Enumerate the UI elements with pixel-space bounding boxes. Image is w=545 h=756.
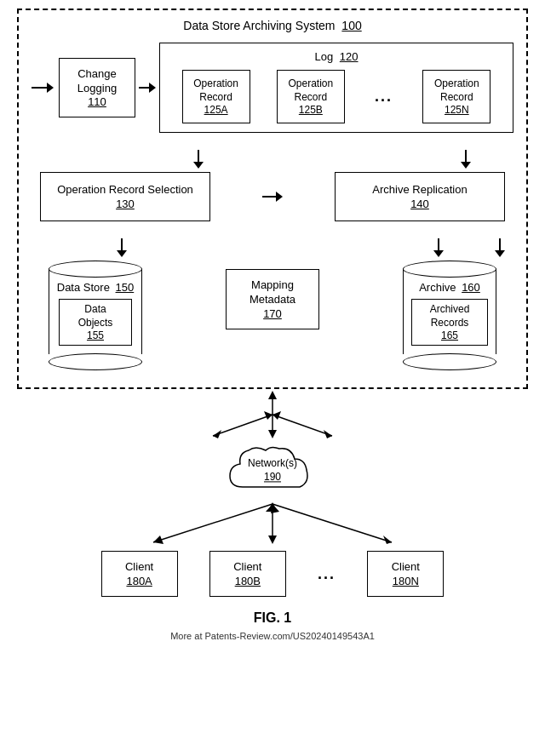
vline-ar bbox=[465, 150, 467, 162]
log-record-125n: OperationRecord 125N bbox=[422, 70, 490, 123]
row1: Change Logging 110 Log 120 OperationReco… bbox=[32, 43, 513, 133]
entry-line bbox=[32, 87, 47, 89]
rec-125b-num: 125B bbox=[286, 104, 336, 116]
log-section: Log 120 OperationRecord 125A OperationRe… bbox=[159, 43, 513, 133]
entry-arrowhead bbox=[47, 83, 54, 93]
client-180n-col: Client 180N bbox=[367, 551, 444, 597]
change-logging-label: Change Logging bbox=[65, 67, 129, 96]
arrowhead1 bbox=[149, 83, 156, 93]
arch-cylinder-top bbox=[403, 261, 496, 278]
outer-title: Data Store Archiving System 100 bbox=[32, 19, 513, 32]
arrowhead-ors-ar bbox=[276, 192, 283, 202]
change-logging-box: Change Logging 110 bbox=[59, 58, 135, 118]
data-store-col: Data Store 150 Data Objects 155 bbox=[40, 261, 151, 370]
ds-cylinder-bottom bbox=[49, 353, 142, 370]
ar-inner-label: Archived Records bbox=[417, 303, 482, 329]
network-label-text: Network(s) bbox=[248, 458, 297, 472]
client-180a-box: Client 180A bbox=[101, 551, 178, 597]
archived-records-box: Archived Records 165 bbox=[411, 299, 488, 346]
rec-125n-num: 125N bbox=[432, 104, 481, 116]
rec-125b-label: OperationRecord bbox=[286, 77, 336, 104]
svg-marker-1 bbox=[268, 391, 277, 399]
down-arrows-row2 bbox=[32, 238, 513, 257]
ellipsis-clients: ... bbox=[318, 565, 336, 583]
mm-label: Mapping Metadata bbox=[232, 278, 313, 307]
line-ors-ar bbox=[262, 196, 276, 198]
arrow-ar-to-mm bbox=[433, 238, 444, 257]
clients-row: Client 180A Client 180B ... Client 180N bbox=[85, 551, 460, 597]
ds-num: 150 bbox=[116, 281, 135, 294]
client-180n-box: Client 180N bbox=[367, 551, 444, 597]
client-180a-num: 180A bbox=[107, 575, 172, 587]
arrowdown-ds bbox=[117, 250, 127, 257]
client-180n-num: 180N bbox=[373, 575, 438, 587]
row2: Operation Record Selection 130 Archive R… bbox=[32, 172, 513, 221]
fan-arrows-svg bbox=[102, 500, 443, 551]
arrowdown-ar bbox=[461, 162, 471, 169]
vline-arch bbox=[499, 238, 501, 250]
rec-125a-label: OperationRecord bbox=[192, 77, 241, 104]
outer-label-text: Data Store Archiving System bbox=[183, 19, 335, 32]
down-arrows-row bbox=[32, 150, 513, 169]
arch-label: Archive bbox=[419, 281, 456, 294]
log-records-row: OperationRecord 125A OperationRecord 125… bbox=[169, 70, 504, 123]
do-num: 155 bbox=[65, 329, 126, 341]
network-cloud: Network(s) 190 bbox=[221, 440, 324, 500]
ds-label-area: Data Store 150 bbox=[49, 281, 141, 294]
svg-marker-4 bbox=[264, 411, 272, 420]
arrow-down-to-ar bbox=[461, 150, 471, 169]
operation-record-selection-box: Operation Record Selection 130 bbox=[40, 172, 210, 221]
arrow-down-to-ors bbox=[193, 150, 204, 169]
svg-line-6 bbox=[272, 415, 332, 436]
outer-box: Data Store Archiving System 100 Change L… bbox=[17, 9, 528, 389]
fig-label: FIG. 1 bbox=[254, 610, 291, 626]
arrow-ors-to-ds bbox=[117, 238, 127, 257]
client-180a-label: Client bbox=[107, 560, 172, 575]
diagram-container: Data Store Archiving System 100 Change L… bbox=[9, 9, 536, 641]
log-num: 120 bbox=[340, 50, 359, 63]
network-to-clients-arrows bbox=[102, 500, 443, 551]
arrow-cl-to-log bbox=[139, 83, 156, 93]
arrow-ar-to-arch bbox=[495, 238, 505, 257]
arrow-ors-to-ar bbox=[262, 192, 283, 202]
vline-ds bbox=[121, 238, 123, 250]
mapping-metadata-box: Mapping Metadata 170 bbox=[226, 269, 319, 329]
ar-inner-num: 165 bbox=[417, 329, 482, 341]
svg-marker-7 bbox=[272, 411, 281, 420]
footer-text: More at Patents-Review.com/US20240149543… bbox=[170, 631, 375, 641]
outer-to-network-arrows bbox=[187, 389, 358, 440]
ellipsis-1: ... bbox=[375, 88, 393, 106]
client-180b-col: Client 180B bbox=[209, 551, 286, 597]
data-objects-box: Data Objects 155 bbox=[59, 299, 132, 346]
ors-label: Operation Record Selection bbox=[49, 183, 201, 198]
outer-num: 100 bbox=[341, 19, 361, 32]
svg-marker-2 bbox=[268, 430, 277, 438]
entry-arrow bbox=[32, 83, 54, 93]
network-label: Network(s) 190 bbox=[248, 458, 297, 484]
svg-marker-8 bbox=[324, 430, 332, 438]
network-num: 190 bbox=[248, 471, 297, 484]
ds-cylinder-top bbox=[49, 261, 142, 278]
archive-replication-box: Archive Replication 140 bbox=[335, 172, 505, 221]
mapping-metadata-col: Mapping Metadata 170 bbox=[221, 269, 324, 329]
client-180a-col: Client 180A bbox=[101, 551, 178, 597]
arch-cylinder-body: Archive 160 Archived Records 165 bbox=[403, 269, 496, 354]
archive-col: Archive 160 Archived Records 165 bbox=[394, 261, 505, 370]
ar-label: Archive Replication bbox=[344, 183, 496, 198]
svg-line-3 bbox=[213, 415, 272, 436]
line1 bbox=[139, 87, 149, 89]
mm-num: 170 bbox=[232, 307, 313, 320]
svg-marker-5 bbox=[213, 430, 221, 438]
row3: Data Store 150 Data Objects 155 Mapping … bbox=[32, 261, 513, 370]
ar-down-arrows bbox=[433, 238, 505, 257]
arch-label-area: Archive 160 bbox=[404, 281, 496, 294]
svg-line-15 bbox=[272, 504, 392, 542]
log-title: Log 120 bbox=[169, 50, 504, 63]
arrowdown-ors bbox=[193, 162, 204, 169]
arrowdown-arch bbox=[495, 250, 505, 257]
client-180n-label: Client bbox=[373, 560, 438, 575]
ar-num: 140 bbox=[344, 198, 496, 210]
vline-ors bbox=[198, 150, 199, 162]
rec-125a-num: 125A bbox=[192, 104, 241, 116]
ds-cylinder-body: Data Store 150 Data Objects 155 bbox=[49, 269, 142, 354]
